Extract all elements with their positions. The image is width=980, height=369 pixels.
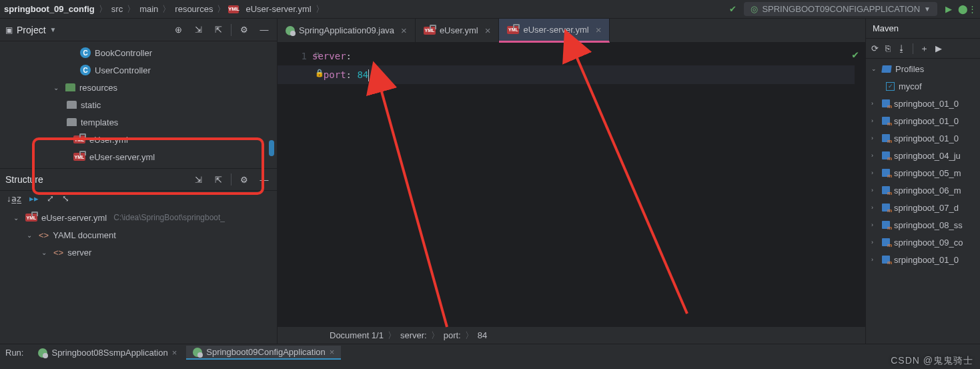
structure-toolbar: ↓a̲z̲ ▸▸ ⤢ ⤡ (0, 191, 277, 206)
chevron-down-icon: ▼ (924, 5, 931, 13)
scrollbar-thumb[interactable] (269, 140, 274, 156)
crumb-value[interactable]: 84 (478, 330, 487, 340)
generate-sources-icon[interactable]: ⎘ (885, 43, 891, 53)
collapse-all-icon[interactable]: ⇱ (211, 23, 225, 37)
tree-item-templates[interactable]: templates (0, 113, 277, 131)
tree-item-static[interactable]: static (0, 96, 277, 113)
run-maven-icon[interactable]: ▶ (935, 43, 942, 53)
breadcrumb[interactable]: springboot_09_config 〉 src 〉 main 〉 reso… (3, 3, 324, 15)
maven-module-icon (882, 256, 890, 264)
tab-euser-server-yml[interactable]: YML eUser-server.yml × (499, 19, 610, 43)
maven-panel: Maven ⟳ ⎘ ⭳ ＋ ▶ ⌄ Profiles ✓ mycof ›spri… (865, 19, 980, 344)
chevron-right-icon: › (871, 117, 878, 124)
chevron-right-icon: › (871, 222, 878, 228)
collapse-all-icon[interactable]: ⇱ (211, 172, 225, 187)
hide-icon[interactable]: — (257, 172, 272, 187)
maven-header: Maven (866, 19, 980, 39)
add-icon[interactable]: ＋ (920, 43, 929, 55)
run-tab-app1[interactable]: Springboot08SsmpApplication × (31, 346, 183, 359)
autoscroll-icon[interactable]: ▸▸ (29, 194, 39, 204)
project-title[interactable]: Project ▼ (17, 25, 56, 35)
tree-item-euser-server-yml[interactable]: YML eUser-server.yml (0, 148, 277, 165)
crumb-main[interactable]: main (138, 4, 159, 14)
close-icon[interactable]: × (401, 25, 407, 36)
maven-module[interactable]: ›springboot_09_co (866, 234, 980, 251)
top-bar: springboot_09_config 〉 src 〉 main 〉 reso… (0, 0, 980, 19)
chevron-right-icon: › (871, 239, 878, 246)
tab-springapplication09[interactable]: SpringApplication09.java × (278, 19, 416, 42)
expand-icon[interactable]: ⤢ (47, 194, 54, 204)
code-line-1[interactable]: server: (312, 47, 369, 65)
code-editor[interactable]: 1 2 server: port: 84 ⊟ 🔒 ✔ (278, 43, 865, 326)
crumb-resources[interactable]: resources (173, 4, 214, 14)
run-icon[interactable]: ▶ (941, 2, 956, 17)
line-number: 1 (278, 47, 307, 65)
select-opened-icon[interactable]: ⊕ (171, 23, 185, 37)
yml-icon: YML (424, 27, 436, 35)
chevron-down-icon: ⌄ (53, 84, 61, 91)
gear-icon[interactable]: ⚙ (237, 23, 252, 37)
crumb-module[interactable]: springboot_09_config (3, 4, 96, 14)
maven-profiles[interactable]: ⌄ Profiles (866, 60, 980, 77)
maven-module[interactable]: ›springboot_01_0 (866, 95, 980, 112)
structure-file-row[interactable]: ⌄ YML eUser-server.yml C:\idea\SpringBoo… (0, 209, 277, 226)
maven-module[interactable]: ›springboot_06_m (866, 181, 980, 199)
maven-module[interactable]: ›springboot_07_d (866, 199, 980, 216)
crumb-server[interactable]: server: (400, 330, 427, 340)
maven-module-icon (882, 117, 890, 125)
crumb-port[interactable]: port: (444, 330, 461, 340)
gear-icon[interactable]: ⚙ (237, 172, 252, 187)
inspection-ok-icon[interactable]: ✔ (852, 48, 859, 61)
yml-icon: YML (73, 153, 85, 161)
hide-icon[interactable]: — (257, 23, 272, 37)
close-icon[interactable]: × (172, 348, 177, 358)
tree-item-resources[interactable]: ⌄ resources (0, 79, 277, 96)
crumb-file[interactable]: eUser-server.yml (244, 4, 312, 14)
tree-item-usercontroller[interactable]: C UserController (0, 61, 277, 79)
maven-module[interactable]: ›springboot_01_0 (866, 129, 980, 147)
maven-module[interactable]: ›springboot_08_ss (866, 216, 980, 234)
structure-server-node[interactable]: ⌄ <> server (0, 244, 277, 261)
chevron-down-icon: ⌄ (871, 65, 878, 72)
structure-yaml-doc[interactable]: ⌄ <> YAML document (0, 226, 277, 244)
close-icon[interactable]: × (330, 347, 335, 357)
checkbox-icon[interactable]: ✓ (886, 82, 895, 91)
editor-breadcrumb[interactable]: Document 1/1 〉 server: 〉 port: 〉 84 (278, 326, 865, 344)
sort-alpha-icon[interactable]: ↓a̲z̲ (7, 194, 21, 204)
close-icon[interactable]: × (596, 24, 602, 35)
tree-item-euser-yml[interactable]: YML eUser.yml (0, 131, 277, 148)
project-tool-icon: ▣ (5, 25, 13, 35)
tree-item-bookcontroller[interactable]: C BookController (0, 44, 277, 61)
build-icon[interactable]: ✔ (725, 2, 740, 17)
maven-tree[interactable]: ⌄ Profiles ✓ mycof ›springboot_01_0 ›spr… (866, 59, 980, 270)
run-config-selector[interactable]: ◎ SPRINGBOOT09CONFIGAPPLICATION ▼ (744, 2, 937, 16)
yaml-value: 84 (357, 69, 368, 80)
crumb-src[interactable]: src (110, 4, 124, 14)
code-line-2[interactable]: port: 84 (312, 65, 369, 84)
run-tab-app2[interactable]: Springboot09ConfigApplication × (186, 346, 341, 360)
maven-label: springboot_01_0 (894, 99, 959, 109)
project-tree[interactable]: C BookController C UserController ⌄ reso… (0, 41, 277, 168)
reload-icon[interactable]: ⟳ (871, 43, 879, 53)
maven-module[interactable]: ›srpingboot_01_0 (866, 251, 980, 268)
download-icon[interactable]: ⭳ (897, 43, 906, 53)
text-cursor (368, 69, 369, 81)
maven-module-icon (882, 238, 890, 246)
crumb-document[interactable]: Document 1/1 (330, 330, 384, 340)
close-icon[interactable]: × (485, 25, 491, 36)
maven-module-icon (882, 151, 890, 159)
maven-module[interactable]: ›springboot_01_0 (866, 112, 980, 129)
maven-module-icon (882, 169, 890, 177)
structure-label: server (67, 248, 91, 258)
expand-all-icon[interactable]: ⇲ (191, 23, 205, 37)
structure-title[interactable]: Structure (5, 174, 43, 185)
maven-module[interactable]: ›springboot_05_m (866, 164, 980, 181)
collapse-icon[interactable]: ⤡ (62, 194, 69, 204)
debug-icon[interactable]: ⬤⋮ (960, 2, 975, 17)
expand-all-icon[interactable]: ⇲ (191, 172, 205, 187)
tab-euser-yml[interactable]: YML eUser.yml × (416, 19, 500, 42)
maven-profile-mycof[interactable]: ✓ mycof (866, 77, 980, 95)
yaml-key: port (324, 69, 346, 80)
maven-module[interactable]: ›springboot_04_ju (866, 147, 980, 164)
structure-tree[interactable]: ⌄ YML eUser-server.yml C:\idea\SpringBoo… (0, 206, 277, 264)
